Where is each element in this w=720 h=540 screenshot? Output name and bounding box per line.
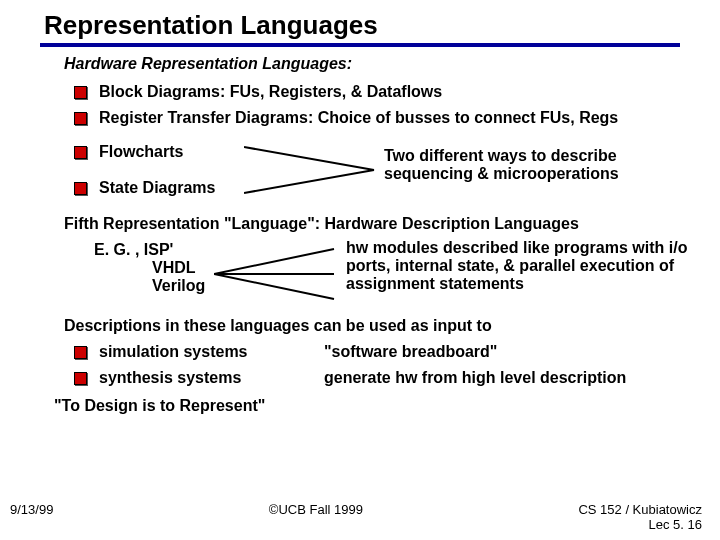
descriptions-intro: Descriptions in these languages can be u… <box>64 317 690 335</box>
bullet-icon <box>74 346 87 359</box>
slide-footer: 9/13/99 ©UCB Fall 1999 CS 152 / Kubiatow… <box>0 502 720 532</box>
eg-verilog: Verilog <box>152 277 205 295</box>
eg-vhdl: VHDL <box>152 259 205 277</box>
converge-lines-icon <box>214 241 344 307</box>
hdl-description: hw modules described like programs with … <box>346 239 706 293</box>
bullet-icon <box>74 182 87 195</box>
bullet-icon <box>74 112 87 125</box>
closing-quote: "To Design is to Represent" <box>54 397 690 415</box>
fifth-representation: Fifth Representation "Language": Hardwar… <box>64 215 690 233</box>
svg-line-1 <box>244 170 374 193</box>
footer-date: 9/13/99 <box>10 502 53 532</box>
hdl-examples: E. G. , ISP' VHDL Verilog hw modules des… <box>74 239 690 311</box>
slide-title: Representation Languages <box>44 10 690 41</box>
simulation-label: simulation systems <box>99 343 248 361</box>
bullet-icon <box>74 146 87 159</box>
flowcharts-label: Flowcharts <box>99 143 183 161</box>
bullet-text: Block Diagrams: FUs, Registers, & Datafl… <box>99 83 442 101</box>
simulation-desc: "software breadboard" <box>324 343 497 361</box>
bullet-text: Register Transfer Diagrams: Choice of bu… <box>99 109 618 127</box>
footer-course: CS 152 / Kubiatowicz Lec 5. 16 <box>578 502 702 532</box>
converge-lines-icon <box>244 135 384 205</box>
svg-line-4 <box>214 274 334 299</box>
subtitle: Hardware Representation Languages: <box>64 55 690 73</box>
bullet-icon <box>74 86 87 99</box>
synthesis-desc: generate hw from high level description <box>324 369 626 387</box>
eg-label: E. G. , ISP' <box>94 241 205 259</box>
synthesis-label: synthesis systems <box>99 369 241 387</box>
flowchart-state-pair: Flowcharts State Diagrams Two different … <box>74 135 690 205</box>
svg-line-0 <box>244 147 374 170</box>
state-diagrams-label: State Diagrams <box>99 179 216 197</box>
title-underline <box>40 43 680 47</box>
pair-description: Two different ways to describe sequencin… <box>384 147 704 183</box>
bullet-icon <box>74 372 87 385</box>
top-bullets: Block Diagrams: FUs, Registers, & Datafl… <box>74 83 690 127</box>
svg-line-2 <box>214 249 334 274</box>
footer-copyright: ©UCB Fall 1999 <box>53 502 578 532</box>
